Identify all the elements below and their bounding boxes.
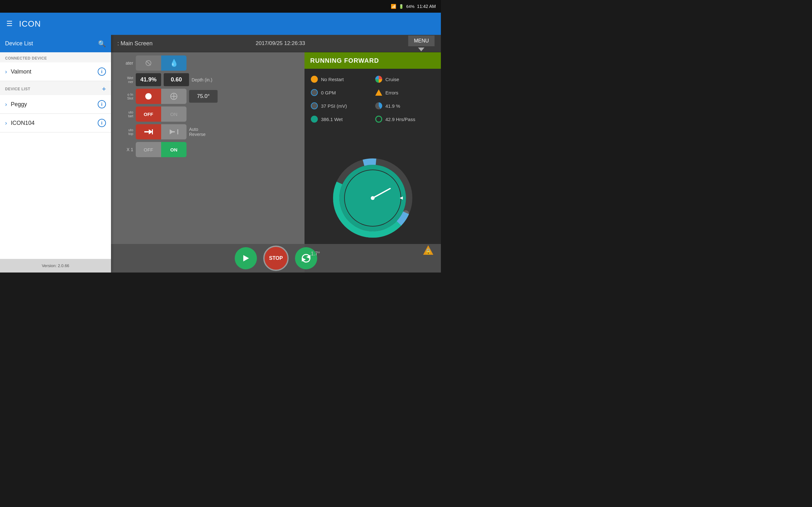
direction-label: o InSlot	[114, 93, 133, 100]
gauge-container: 1.7° 🔒	[305, 130, 441, 273]
running-header: RUNNING FORWARD	[305, 52, 441, 69]
connected-device-name: Valmont	[11, 68, 98, 75]
datetime-display: 2017/09/25 12:26:33	[256, 40, 305, 47]
status-bar: 📶 🔋 64% 11:42 AM	[0, 0, 441, 13]
x1-label: X 1	[114, 147, 133, 152]
arrow-active	[136, 124, 161, 139]
cruise-label: Cruise	[386, 77, 399, 82]
chevron-down-icon	[418, 48, 424, 51]
device-info-button[interactable]: i	[98, 100, 106, 108]
x1-off-state: OFF	[136, 142, 161, 157]
percent-row: Wetner 41.9% 0.60 Depth (in.)	[114, 73, 301, 86]
no-restart-label: No Restart	[321, 77, 344, 82]
sidebar-header: Device List 🔍	[0, 35, 111, 52]
psi-label: 37 PSI (mV)	[321, 103, 347, 109]
main-content: : Main Screen 2017/09/25 12:26:33 MENU a…	[111, 35, 441, 273]
toggle-on-state: ON	[161, 107, 187, 122]
temp-display: 75.0°	[189, 90, 217, 103]
status-item-errors: Errors	[373, 86, 437, 99]
water-on-state: 💧	[161, 55, 187, 71]
water-off-state	[136, 55, 161, 71]
x1-row: X 1 OFF ON	[114, 142, 301, 157]
svg-point-19	[371, 196, 374, 200]
wifi-icon: 📶	[391, 4, 396, 9]
status-item-gpm: 0 GPM	[308, 86, 373, 99]
water-row: ater 💧	[114, 55, 301, 71]
connected-device-item[interactable]: › Valmont i	[0, 62, 111, 81]
depth-value-display: 0.60	[164, 73, 189, 86]
svg-rect-8	[177, 129, 178, 134]
water-drop-icon: 💧	[170, 59, 178, 67]
status-grid: No Restart Cruise 0 GPM Er	[305, 69, 441, 130]
status-item-no-restart: No Restart	[308, 72, 373, 86]
gauge-svg	[332, 157, 414, 239]
chevron-right-icon: ›	[5, 68, 7, 75]
toggle-off-state: OFF	[136, 107, 161, 122]
status-item-cruise: Cruise	[373, 72, 437, 86]
battery-icon: 🔋	[399, 4, 404, 9]
chevron-right-icon: ›	[5, 120, 7, 126]
arrow-inactive	[161, 124, 187, 139]
auto-reverse-toggle[interactable]	[136, 124, 187, 139]
stop-button[interactable]: STOP	[263, 245, 289, 271]
controls-area: ater 💧 We	[111, 52, 441, 273]
add-device-button[interactable]: +	[102, 85, 106, 93]
running-text: RUNNING FORWARD	[310, 57, 379, 64]
svg-rect-3	[144, 131, 149, 132]
app-bar: ☰ ICON	[0, 13, 441, 35]
wet-icon	[311, 116, 318, 123]
auto-start-row: utotart OFF ON	[114, 107, 301, 122]
device-info-button[interactable]: i	[98, 119, 106, 127]
device-list-header-row: DEVICE LIST +	[0, 81, 111, 95]
percent-label: Wetner	[114, 76, 133, 83]
svg-rect-5	[152, 129, 153, 134]
app-title: ICON	[19, 19, 41, 29]
content-title: : Main Screen	[117, 40, 153, 47]
x1-on-state: ON	[161, 142, 187, 157]
cruise-icon	[375, 76, 382, 83]
main-layout: Device List 🔍 CONNECTED DEVICE › Valmont…	[0, 35, 441, 273]
percent-display: 41.9%	[136, 73, 161, 86]
direction-toggle[interactable]	[136, 89, 187, 104]
sidebar-list-area: › Peggy i › ICON104 i	[0, 95, 111, 259]
list-item[interactable]: › Peggy i	[0, 95, 111, 114]
direction-active	[136, 89, 161, 104]
hamburger-menu-button[interactable]: ☰	[6, 20, 13, 28]
water-label: ater	[114, 60, 133, 66]
status-item-hrs: 42.9 Hrs/Pass	[373, 112, 437, 126]
time-display: 11:42 AM	[417, 4, 436, 9]
version-label: Version: 2.0.66	[0, 259, 111, 273]
battery-level: 64%	[406, 4, 415, 9]
psi-icon	[311, 102, 318, 109]
list-item[interactable]: › ICON104 i	[0, 114, 111, 132]
connected-device-header: CONNECTED DEVICE	[0, 52, 111, 62]
percent-label: 41.9 %	[386, 103, 400, 109]
water-toggle[interactable]: 💧	[136, 55, 187, 71]
gpm-label: 0 GPM	[321, 90, 336, 95]
hrs-icon	[375, 116, 382, 123]
svg-line-0	[146, 61, 151, 65]
auto-reverse-text-label: AutoReverse	[189, 127, 211, 137]
status-item-psi: 37 PSI (mV)	[308, 99, 373, 112]
errors-label: Errors	[386, 90, 398, 95]
device-name-label: ICON104	[11, 120, 98, 126]
search-icon[interactable]: 🔍	[98, 40, 106, 48]
svg-marker-7	[170, 129, 173, 134]
content-topbar: : Main Screen 2017/09/25 12:26:33 MENU	[111, 35, 441, 52]
no-restart-icon	[311, 76, 318, 83]
auto-reverse-label: utotop	[114, 128, 133, 135]
direction-row: o InSlot	[114, 89, 301, 104]
connected-device-info-button[interactable]: i	[98, 67, 106, 76]
chevron-right-icon: ›	[5, 101, 7, 108]
start-button[interactable]	[235, 247, 257, 269]
angle-label: 1.7°	[311, 251, 320, 257]
status-panel: RUNNING FORWARD No Restart Cruise	[305, 52, 441, 273]
device-list-label: DEVICE LIST	[5, 87, 31, 91]
svg-text:🔒: 🔒	[425, 248, 432, 255]
menu-button[interactable]: MENU	[408, 36, 435, 46]
auto-start-label: utotart	[114, 110, 133, 118]
status-item-wet: 386.1 Wet	[308, 112, 373, 126]
wet-label: 386.1 Wet	[321, 117, 343, 122]
auto-start-toggle[interactable]: OFF ON	[136, 107, 187, 122]
x1-toggle[interactable]: OFF ON	[136, 142, 187, 157]
